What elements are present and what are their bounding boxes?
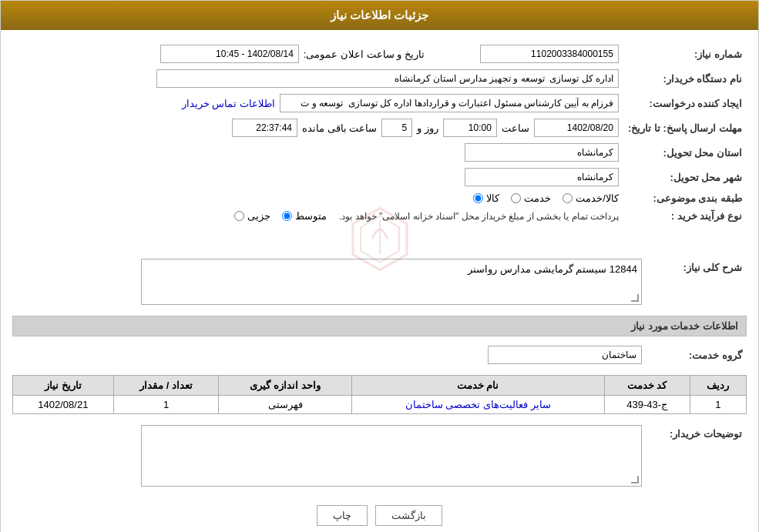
category-kala-khedmat-radio[interactable] <box>563 193 573 203</box>
category-radio-group: کالا/خدمت خدمت کالا <box>17 192 619 204</box>
print-button[interactable]: چاپ <box>317 505 368 526</box>
cell-row: 1 <box>690 396 746 414</box>
purchase-type-jozvi-label: جزیی <box>247 210 270 222</box>
category-kala-khedmat: کالا/خدمت <box>563 192 619 204</box>
group-service-table: گروه خدمت: ساختمان <box>12 343 747 367</box>
deadline-date-input[interactable]: 1402/08/20 <box>534 119 619 137</box>
deadline-time-label: ساعت <box>502 122 529 134</box>
category-khedmat: خدمت <box>511 192 551 204</box>
buyer-org-label: نام دستگاه خریدار: <box>623 66 747 91</box>
description-text: 12844 سیستم گرمایشی مدارس رواسنر <box>146 263 637 275</box>
row-delivery-province: استان محل تحویل: کرمانشاه <box>12 140 747 165</box>
col-code: کد خدمت <box>604 376 690 396</box>
back-button[interactable]: بازگشت <box>375 505 442 526</box>
delivery-city-input[interactable]: کرمانشاه <box>465 168 619 186</box>
deadline-days-input[interactable]: 5 <box>381 119 412 137</box>
main-content: شماره نیاز: 1102003384000155 تاریخ و ساع… <box>1 30 758 532</box>
cell-code: ج-43-439 <box>604 396 690 414</box>
row-description: شرح کلی نیاز: 12844 سیستم گرمایشی مدارس … <box>12 256 747 308</box>
group-service-input[interactable]: ساختمان <box>488 346 642 364</box>
row-purchase-type: نوع فرآیند خرید : پرداخت تمام یا بخشی از… <box>12 207 747 225</box>
deadline-time-input[interactable]: 10:00 <box>443 119 497 137</box>
row-need-number: شماره نیاز: 1102003384000155 تاریخ و ساع… <box>12 42 747 66</box>
cell-date: 1402/08/21 <box>13 396 114 414</box>
row-group-service: گروه خدمت: ساختمان <box>12 343 747 367</box>
services-table-header: ردیف کد خدمت نام خدمت واحد اندازه گیری ت… <box>13 376 747 396</box>
row-deadline: مهلت ارسال پاسخ: تا تاریخ: 1402/08/20 سا… <box>12 115 747 140</box>
category-kala-radio[interactable] <box>473 193 483 203</box>
category-khedmat-label: خدمت <box>524 192 551 204</box>
page-header: جزئیات اطلاعات نیاز <box>1 1 758 30</box>
purchase-type-radio-group: متوسط جزیی <box>234 210 327 222</box>
cell-unit: فهرستی <box>219 396 351 414</box>
creator-link[interactable]: اطلاعات تماس خریدار <box>182 98 275 109</box>
deadline-day-label: روز و <box>417 122 438 134</box>
description-table: شرح کلی نیاز: 12844 سیستم گرمایشی مدارس … <box>12 256 747 308</box>
creator-input[interactable]: فرزام به آیین کارشناس مسئول اعتبارات و ق… <box>280 94 619 112</box>
purchase-type-jozvi-radio[interactable] <box>234 211 244 221</box>
col-row: ردیف <box>690 376 746 396</box>
services-section-title: اطلاعات خدمات مورد نیاز <box>12 316 747 336</box>
purchase-type-motavasset-radio[interactable] <box>282 211 292 221</box>
description-label: شرح کلی نیاز: <box>646 256 747 308</box>
deadline-remaining-input[interactable]: 22:37:44 <box>232 119 297 137</box>
creator-row: فرزام به آیین کارشناس مسئول اعتبارات و ق… <box>17 94 619 112</box>
info-table: شماره نیاز: 1102003384000155 تاریخ و ساع… <box>12 42 747 225</box>
cell-quantity: 1 <box>113 396 219 414</box>
table-row: 1 ج-43-439 سایر فعالیت‌های تخصصی ساختمان… <box>13 396 747 414</box>
category-kala-khedmat-label: کالا/خدمت <box>576 192 619 204</box>
row-category: طبقه بندی موضوعی: کالا/خدمت خدمت کالا <box>12 189 747 207</box>
col-unit: واحد اندازه گیری <box>219 376 351 396</box>
page-wrapper: جزئیات اطلاعات نیاز شماره نیاز: 11020033… <box>0 0 759 532</box>
group-service-label: گروه خدمت: <box>646 343 747 367</box>
creator-label: ایجاد کننده درخواست: <box>623 91 747 115</box>
col-quantity: تعداد / مقدار <box>113 376 219 396</box>
delivery-province-label: استان محل تحویل: <box>623 140 747 165</box>
row-creator: ایجاد کننده درخواست: فرزام به آیین کارشن… <box>12 91 747 115</box>
category-kala-label: کالا <box>486 192 499 204</box>
row-delivery-city: شهر محل تحویل: کرمانشاه <box>12 165 747 189</box>
delivery-province-input[interactable]: کرمانشاه <box>465 143 619 162</box>
watermark-area <box>12 233 747 256</box>
deadline-label: مهلت ارسال پاسخ: تا تاریخ: <box>623 115 747 140</box>
category-kala: کالا <box>473 192 499 204</box>
category-khedmat-radio[interactable] <box>511 193 521 203</box>
row-buyer-notes: توضیحات خریدار: <box>12 422 747 490</box>
deadline-row: 1402/08/20 ساعت 10:00 روز و 5 ساعت باقی … <box>17 119 619 137</box>
buyer-notes-table: توضیحات خریدار: <box>12 422 747 490</box>
purchase-type-jozvi: جزیی <box>234 210 270 222</box>
purchase-type-row: پرداخت تمام یا بخشی از مبلغ خریداز محل "… <box>17 210 619 222</box>
need-number-label: شماره نیاز: <box>623 42 747 66</box>
delivery-city-label: شهر محل تحویل: <box>623 165 747 189</box>
col-date: تاریخ نیاز <box>13 376 114 396</box>
button-row: بازگشت چاپ <box>12 497 747 532</box>
buyer-notes-box <box>141 425 642 487</box>
services-data-table: ردیف کد خدمت نام خدمت واحد اندازه گیری ت… <box>12 375 747 414</box>
col-name: نام خدمت <box>351 376 604 396</box>
resize-handle-notes <box>631 476 639 483</box>
purchase-type-label: نوع فرآیند خرید : <box>623 207 747 225</box>
need-number-input[interactable]: 1102003384000155 <box>480 45 619 63</box>
category-label: طبقه بندی موضوعی: <box>623 189 747 207</box>
buyer-notes-label: توضیحات خریدار: <box>646 422 747 490</box>
need-number-row: 1102003384000155 تاریخ و ساعت اعلان عموم… <box>17 45 619 63</box>
services-header-row: ردیف کد خدمت نام خدمت واحد اندازه گیری ت… <box>13 376 747 396</box>
description-box: 12844 سیستم گرمایشی مدارس رواسنر <box>141 259 642 305</box>
purchase-type-motavasset: متوسط <box>282 210 327 222</box>
purchase-type-motavasset-label: متوسط <box>295 210 327 222</box>
announce-date-label: تاریخ و ساعت اعلان عمومی: <box>304 49 425 60</box>
announce-date-input[interactable]: 1402/08/14 - 10:45 <box>160 45 299 63</box>
buyer-org-input[interactable]: اداره کل توسازی توسعه و تجهیز مدارس استا… <box>156 69 619 88</box>
purchase-type-note: پرداخت تمام یا بخشی از مبلغ خریداز محل "… <box>339 211 619 222</box>
resize-handle <box>631 294 639 302</box>
cell-name: سایر فعالیت‌های تخصصی ساختمان <box>351 396 604 414</box>
page-title: جزئیات اطلاعات نیاز <box>331 8 428 22</box>
deadline-remaining-label: ساعت باقی مانده <box>302 122 377 134</box>
services-table-body: 1 ج-43-439 سایر فعالیت‌های تخصصی ساختمان… <box>13 396 747 414</box>
row-buyer-org: نام دستگاه خریدار: اداره کل توسازی توسعه… <box>12 66 747 91</box>
